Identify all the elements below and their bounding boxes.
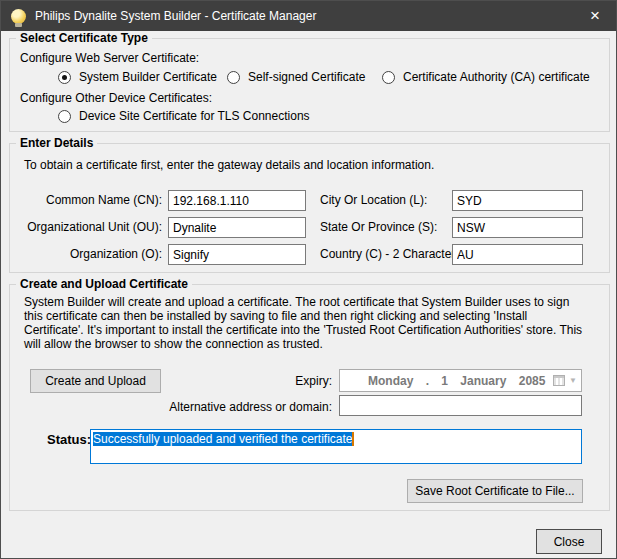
radio-label: Certificate Authority (CA) certificate [403, 70, 590, 84]
city-input[interactable] [452, 190, 583, 211]
group-title: Select Certificate Type [16, 31, 152, 45]
text-caret [352, 432, 354, 446]
group-title: Enter Details [16, 136, 97, 150]
expiry-value: Monday . 1 January 2085 [344, 374, 545, 388]
titlebar[interactable]: Philips Dynalite System Builder - Certif… [1, 1, 616, 31]
other-device-certs-label: Configure Other Device Certificates: [20, 91, 212, 105]
common-name-label: Common Name (CN): [10, 193, 162, 207]
calendar-icon[interactable] [553, 375, 565, 386]
window-title: Philips Dynalite System Builder - Certif… [35, 9, 316, 23]
common-name-input[interactable] [168, 190, 306, 211]
status-label: Status: [47, 432, 91, 447]
close-button[interactable]: Close [536, 529, 602, 554]
organizational-unit-label: Organizational Unit (OU): [10, 220, 162, 234]
state-label: State Or Province (S): [320, 220, 437, 234]
status-value: Successfully uploaded and verified the c… [93, 432, 352, 446]
expiry-date-picker[interactable]: Monday . 1 January 2085 ▼ [339, 369, 582, 392]
alternative-address-input[interactable] [339, 395, 582, 416]
radio-label: Device Site Certificate for TLS Connecti… [79, 109, 310, 123]
country-label: Country (C) - 2 Characters: [320, 247, 465, 261]
organization-label: Organization (O): [10, 247, 162, 261]
radio-device-site-certificate[interactable]: Device Site Certificate for TLS Connecti… [58, 109, 310, 123]
web-server-cert-label: Configure Web Server Certificate: [20, 51, 199, 65]
alternative-address-label: Alternative address or domain: [160, 400, 332, 414]
chevron-down-icon[interactable]: ▼ [569, 376, 577, 385]
details-description: To obtain a certificate first, enter the… [24, 158, 434, 172]
certificate-manager-dialog: Philips Dynalite System Builder - Certif… [0, 0, 617, 559]
city-label: City Or Location (L): [320, 193, 427, 207]
radio-icon[interactable] [58, 110, 71, 123]
radio-certificate-authority[interactable]: Certificate Authority (CA) certificate [382, 70, 590, 84]
group-enter-details: Enter Details To obtain a certificate fi… [9, 143, 610, 273]
radio-icon[interactable] [382, 71, 395, 84]
group-title: Create and Upload Certificate [16, 277, 192, 291]
radio-icon[interactable] [58, 71, 71, 84]
lightbulb-icon [11, 9, 26, 24]
organization-input[interactable] [168, 244, 306, 265]
organizational-unit-input[interactable] [168, 217, 306, 238]
radio-icon[interactable] [227, 71, 240, 84]
expiry-label: Expiry: [210, 374, 332, 388]
group-create-upload: Create and Upload Certificate System Bui… [9, 284, 610, 511]
radio-label: System Builder Certificate [79, 70, 217, 84]
close-icon[interactable]: × [574, 1, 616, 31]
save-root-certificate-button[interactable]: Save Root Certificate to File... [407, 479, 583, 503]
status-textbox[interactable]: Successfully uploaded and verified the c… [90, 429, 582, 464]
radio-system-builder-certificate[interactable]: System Builder Certificate [58, 70, 217, 84]
radio-self-signed-certificate[interactable]: Self-signed Certificate [227, 70, 365, 84]
state-input[interactable] [452, 217, 583, 238]
country-input[interactable] [452, 244, 583, 265]
radio-label: Self-signed Certificate [248, 70, 365, 84]
create-and-upload-button[interactable]: Create and Upload [30, 369, 161, 393]
upload-description: System Builder will create and upload a … [24, 295, 590, 351]
group-select-certificate-type: Select Certificate Type Configure Web Se… [9, 38, 610, 132]
